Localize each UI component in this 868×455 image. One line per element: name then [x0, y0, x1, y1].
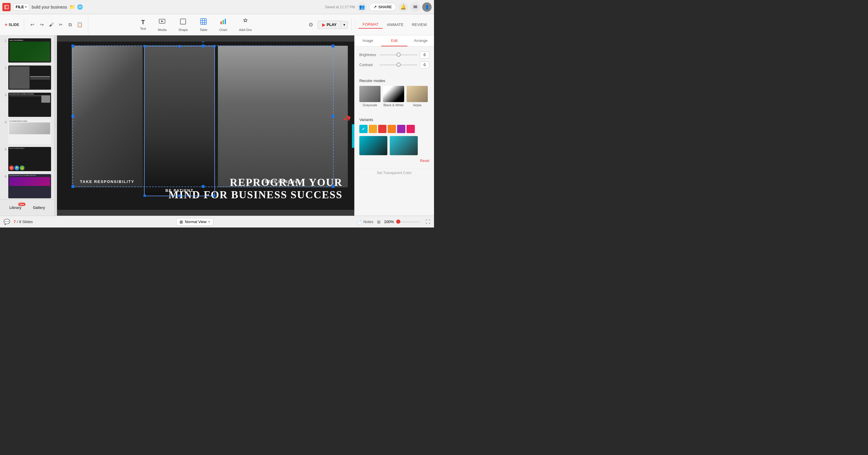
toolbar-left: + SLIDE ↩ ↪ 🖌 ✂ ⧉ 📋 [0, 14, 88, 35]
contrast-value[interactable]: 0 [420, 61, 429, 68]
resize-handle[interactable] [55, 35, 57, 216]
fullscreen-button[interactable]: ⛶ [426, 219, 430, 225]
slide-item-2[interactable]: 2 [2, 65, 53, 90]
file-menu-button[interactable]: FILE ▾ [13, 3, 29, 11]
inner-handle-bottom-left[interactable] [144, 194, 146, 197]
copy-button[interactable]: ⧉ [66, 21, 74, 29]
addons-label: Add-Ons [239, 28, 252, 32]
slide-thumbnail-3: BUILD A SALES FUNNEL TO AUTOMATE YOUR BU… [8, 93, 51, 117]
cut-button[interactable]: ✂ [57, 21, 65, 29]
play-dropdown-button[interactable]: ▾ [341, 21, 348, 29]
brightness-section: Brightness 0 Contrast 0 [354, 46, 434, 74]
add-slide-button[interactable]: + SLIDE [3, 21, 21, 29]
photo-right: STAY POSITIVE [218, 46, 348, 187]
undo-button[interactable]: ↩ [28, 21, 37, 29]
inner-handle-bottom-right[interactable] [213, 194, 216, 197]
redo-button[interactable]: ↪ [38, 21, 46, 29]
addons-icon [242, 18, 249, 27]
format-tabs: FORMAT ANIMATE REVIEW [355, 21, 431, 29]
notifications-icon[interactable]: 🔔 [399, 2, 408, 12]
variant-color-red[interactable] [378, 125, 386, 133]
zoom-slider[interactable] [396, 221, 420, 223]
view-selector[interactable]: ⊞ Normal View ▾ [176, 218, 213, 226]
variant-image-1[interactable] [359, 136, 388, 155]
variant-color-purple[interactable] [397, 125, 405, 133]
table-tool[interactable]: Table [195, 15, 211, 34]
play-group: ▶ PLAY ▾ [318, 21, 347, 29]
panel-bottom: Library New Gallery [0, 199, 54, 216]
share-button[interactable]: ↗ SHARE [369, 3, 396, 11]
table-status-icon[interactable]: ⊞ [377, 220, 380, 224]
slide-item-1[interactable]: 1 BUILD YOUR BUSINESS [2, 38, 53, 63]
folder-icon[interactable]: 📁 [69, 4, 75, 10]
recolor-label: Recolor modes [359, 78, 429, 83]
chart-icon [220, 18, 227, 27]
slide-item-4[interactable]: 4 GET CUSTOMERS PROMOTE TO ACHIEVE [2, 119, 53, 144]
brightness-slider[interactable] [379, 54, 417, 56]
format-tab[interactable]: FORMAT [359, 21, 383, 29]
slide-thumbnail-5: DEVELOP YOUR MONEY MENTALITY 🎯 💡 💰 [8, 147, 51, 171]
media-tool[interactable]: Media [154, 15, 170, 34]
shape-label: Shape [178, 28, 188, 32]
review-tab[interactable]: REVIEW [408, 21, 431, 28]
notes-button[interactable]: 📄 Notes [356, 220, 373, 224]
cyan-accent-bar [352, 124, 354, 148]
user-avatar[interactable]: 👤 [422, 2, 432, 12]
shape-tool[interactable]: Shape [174, 15, 192, 34]
text-label: Text [140, 27, 146, 30]
people-icon[interactable]: 👥 [357, 2, 367, 12]
gallery-tab[interactable]: Gallery [30, 204, 48, 212]
recolor-section: Recolor modes Grayscale Black & White [354, 74, 434, 113]
brightness-label: Brightness [359, 53, 377, 57]
slide-item-5[interactable]: 5 DEVELOP YOUR MONEY MENTALITY 🎯 💡 💰 [2, 147, 53, 172]
inner-handle-bottom[interactable] [178, 194, 181, 197]
variant-image-2[interactable] [390, 136, 418, 155]
play-button[interactable]: ▶ PLAY [318, 21, 340, 29]
paint-button[interactable]: 🖌 [47, 21, 56, 29]
sepia-thumb [407, 86, 428, 102]
shape-icon [180, 18, 187, 27]
arrange-tab[interactable]: Arrange [407, 35, 434, 46]
file-chevron-icon: ▾ [25, 5, 27, 8]
slide-thumbnail-6: USE MEDIA EXPOSURE TO HELP YOUR EMAIL LI… [8, 174, 51, 198]
variants-section: Variants ✓ Reset [354, 113, 434, 166]
mail-icon[interactable]: ✉ [410, 2, 420, 12]
variant-color-orange[interactable] [369, 125, 377, 133]
edit-tab[interactable]: Edit [381, 35, 408, 46]
library-tab[interactable]: Library New [6, 204, 25, 212]
text-tool[interactable]: T Text [136, 17, 150, 33]
app-icon [2, 3, 11, 11]
toolbar-tools: ↩ ↪ 🖌 ✂ ⧉ 📋 [27, 21, 85, 29]
variant-color-teal[interactable]: ✓ [359, 125, 368, 133]
inner-handle-top-left[interactable] [144, 45, 146, 47]
slide-item-3[interactable]: 3 BUILD A SALES FUNNEL TO AUTOMATE YOUR … [2, 92, 53, 118]
reset-button[interactable]: Reset [359, 158, 429, 164]
slide-thumbnail-4: GET CUSTOMERS PROMOTE TO ACHIEVE [8, 120, 51, 144]
slide-item-6[interactable]: 6 USE MEDIA EXPOSURE TO HELP YOUR EMAIL … [2, 173, 53, 199]
settings-button[interactable]: ⚙ [306, 20, 315, 29]
paste-button[interactable]: 📋 [75, 21, 84, 29]
variant-color-pink[interactable] [407, 125, 415, 133]
inner-handle-top-right[interactable] [213, 45, 216, 47]
inner-handle-top[interactable] [178, 45, 181, 47]
brightness-value[interactable]: 0 [420, 51, 429, 58]
recolor-sepia[interactable]: Sepia [407, 86, 428, 107]
view-chevron-icon: ▾ [209, 220, 210, 223]
set-transparent-color-button[interactable]: Set Transparent Color [354, 168, 434, 177]
chat-icon[interactable]: 💬 [4, 219, 10, 225]
rotate-handle[interactable] [202, 42, 205, 42]
animate-tab[interactable]: ANIMATE [383, 21, 408, 28]
recolor-black-white[interactable]: Black & White [383, 86, 404, 107]
globe-icon[interactable]: 🌐 [77, 4, 83, 10]
topbar-right-actions: 👥 ↗ SHARE 🔔 ✉ 👤 [357, 2, 432, 12]
slide-indicator: 7 / 8 Slides [13, 220, 33, 224]
svg-marker-3 [161, 20, 163, 22]
svg-rect-11 [223, 20, 224, 24]
addons-tool[interactable]: Add-Ons [235, 15, 256, 34]
image-tab[interactable]: Image [354, 35, 381, 46]
slide-thumbnail-1: BUILD YOUR BUSINESS [8, 38, 51, 63]
contrast-slider[interactable] [379, 64, 417, 66]
chart-tool[interactable]: Chart [215, 15, 231, 34]
variant-color-dark-orange[interactable] [388, 125, 396, 133]
recolor-grayscale[interactable]: Grayscale [359, 86, 380, 107]
